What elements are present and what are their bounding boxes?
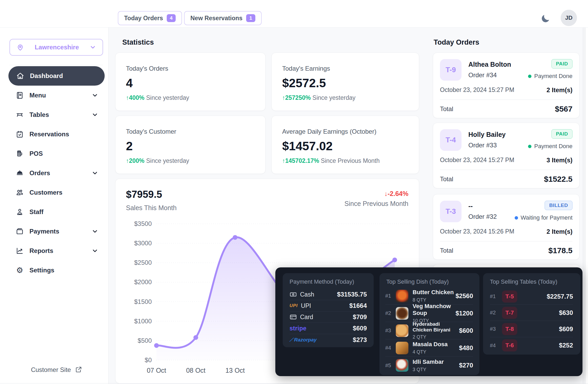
dish-row: #2 Veg Manchow Soup10 QTY $1200 <box>385 305 473 322</box>
sidebar-item-label: POS <box>29 150 98 157</box>
sidebar-item-label: Reservations <box>29 131 98 138</box>
razorpay-logo: Razorpay <box>290 337 317 343</box>
total-label: Total <box>440 247 453 254</box>
sidebar-item-label: Dashboard <box>30 72 98 80</box>
sidebar-item-label: Orders <box>29 169 92 177</box>
sidebar-item-label: Customers <box>29 189 98 196</box>
today-orders-button[interactable]: Today Orders 4 <box>118 11 182 25</box>
stat-value: $1457.02 <box>282 139 408 153</box>
sidebar-item-orders[interactable]: Orders <box>8 163 105 183</box>
sidebar-item-label: Settings <box>29 267 98 274</box>
dish-amount: $2560 <box>455 292 473 300</box>
card-icon <box>290 313 297 321</box>
sidebar-nav: Dashboard Menu Tables Reservations POS <box>8 66 105 280</box>
payment-row: Razorpay $273 <box>290 334 367 345</box>
user-avatar[interactable]: JD <box>561 10 577 26</box>
table-amount: $630 <box>559 309 573 316</box>
svg-text:$3000: $3000 <box>134 240 152 247</box>
payment-amount: $273 <box>353 336 367 344</box>
sidebar-item-label: Tables <box>29 111 92 118</box>
report-chart-icon <box>16 247 24 255</box>
customer-site-link[interactable]: Customer Site <box>8 366 105 373</box>
table-badge: T-9 <box>440 59 462 81</box>
dark-mode-toggle[interactable] <box>540 13 551 25</box>
dish-rank: #1 <box>385 293 396 299</box>
table-row: #2 T-7 $630 <box>490 305 573 321</box>
stat-delta: 200% <box>129 157 145 164</box>
location-selector[interactable]: Lawrenceshire <box>9 39 103 56</box>
sidebar-item-label: Reports <box>29 247 92 255</box>
sidebar-item-tables[interactable]: Tables <box>8 105 105 124</box>
stat-delta-note: Since yesterday <box>312 94 356 101</box>
payment-method-title: Payment Method (Today) <box>290 278 354 285</box>
dish-amount: $1200 <box>455 310 473 317</box>
order-total: $178.5 <box>548 246 572 255</box>
table-number-badge: T-5 <box>502 290 517 303</box>
today-orders-button-label: Today Orders <box>124 15 163 22</box>
sidebar: Lawrenceshire Dashboard Menu Tables Rese… <box>8 28 108 384</box>
svg-text:$1500: $1500 <box>134 298 152 305</box>
new-reservations-button-label: New Reservations <box>190 15 242 22</box>
today-orders-title: Today Orders <box>434 38 479 46</box>
sidebar-item-label: Menu <box>29 92 92 99</box>
stat-value: 2 <box>126 139 255 153</box>
status-dot <box>515 216 518 220</box>
scrollbar[interactable] <box>583 0 586 384</box>
payment-method-panel: Payment Method (Today) Cash $31535.75 UP… <box>283 273 374 347</box>
sidebar-item-customers[interactable]: Customers <box>8 183 105 202</box>
sidebar-item-label: Staff <box>29 208 98 216</box>
cloche-icon <box>16 169 24 177</box>
order-card[interactable]: T-9 Althea Bolton Order #34 PAID Payment… <box>433 53 580 118</box>
sidebar-item-reports[interactable]: Reports <box>8 241 105 261</box>
dish-amount: $270 <box>459 362 473 369</box>
wallet-icon <box>16 227 24 235</box>
chevron-down-icon <box>92 111 98 118</box>
dish-name: Butter Chicken <box>413 289 454 295</box>
svg-text:07 Oct: 07 Oct <box>147 367 166 374</box>
order-items-count: 2 Item(s) <box>546 86 572 94</box>
dish-photo <box>396 290 408 302</box>
order-card[interactable]: T-3 -- Order #32 BILLED Waiting for Paym… <box>433 194 580 260</box>
new-reservations-button[interactable]: New Reservations 1 <box>184 11 262 25</box>
sidebar-item-payments[interactable]: Payments <box>8 222 105 241</box>
sidebar-item-reservations[interactable]: Reservations <box>8 124 105 144</box>
total-label: Total <box>440 175 453 183</box>
top-selling-dish-panel: Top Selling Dish (Today) #1 Butter Chick… <box>379 273 479 375</box>
sidebar-item-pos[interactable]: POS <box>8 144 105 163</box>
table-rank: #1 <box>490 293 500 299</box>
top-selling-dish-title: Top Selling Dish (Today) <box>386 278 449 285</box>
dish-rank: #5 <box>385 362 396 369</box>
svg-text:$2500: $2500 <box>134 259 152 266</box>
dish-rank: #2 <box>385 310 396 316</box>
chevron-down-icon <box>89 44 96 51</box>
calendar-check-icon <box>16 130 24 138</box>
divider <box>440 100 572 100</box>
sidebar-item-menu[interactable]: Menu <box>8 86 105 105</box>
sidebar-item-dashboard[interactable]: Dashboard <box>8 66 105 86</box>
payment-amount: $709 <box>353 313 367 321</box>
stat-delta: 257250% <box>285 94 311 101</box>
svg-text:$1000: $1000 <box>134 318 152 325</box>
table-row: #4 T-6 $252 <box>490 337 573 354</box>
sidebar-item-settings[interactable]: ⚙ Settings <box>8 261 105 280</box>
chevron-down-icon <box>92 170 98 177</box>
order-total: $567 <box>555 105 572 113</box>
dish-name: Masala Dosa <box>413 341 448 347</box>
sidebar-item-staff[interactable]: Staff <box>8 202 105 222</box>
order-datetime: October 23, 2024 15:26 PM <box>440 228 514 235</box>
status-dot <box>528 145 531 148</box>
dish-qty: 2 QTY <box>413 334 459 340</box>
pos-terminal-icon <box>16 150 24 158</box>
status-badge: BILLED <box>545 201 572 210</box>
stat-label: Today's Customer <box>126 128 255 135</box>
stat-label: Average Daily Earnings (October) <box>282 128 408 135</box>
new-reservations-count-badge: 1 <box>246 14 255 22</box>
order-card[interactable]: T-4 Holly Bailey Order #33 PAID Payment … <box>433 123 580 188</box>
dish-rank: #4 <box>385 345 396 351</box>
avatar-initials: JD <box>565 14 572 21</box>
stat-delta: 400% <box>129 94 145 101</box>
dashboard-page: Today Orders 4 New Reservations 1 JD Law… <box>0 0 588 384</box>
menu-book-icon <box>16 91 24 99</box>
svg-text:$500: $500 <box>138 337 152 344</box>
order-number: Order #33 <box>468 142 528 149</box>
